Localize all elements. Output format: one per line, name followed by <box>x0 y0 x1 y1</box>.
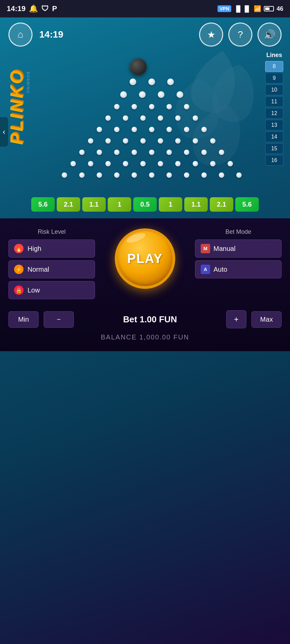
decrease-bet-button[interactable]: − <box>44 311 74 328</box>
help-button[interactable]: ? <box>228 22 252 47</box>
peg <box>158 91 164 98</box>
multiplier-slot-7: 2.1 <box>210 197 233 212</box>
peg <box>175 138 181 144</box>
notification-icon: 🔔 <box>29 4 38 13</box>
peg <box>158 161 163 166</box>
play-label: PLAY <box>127 252 163 266</box>
line-option-9[interactable]: 9 <box>265 73 283 84</box>
achievements-button[interactable]: ★ <box>199 22 223 47</box>
balance-display: BALANCE 1,000.00 FUN <box>8 333 282 341</box>
peg <box>201 172 207 178</box>
game-time: 14:19 <box>39 29 63 40</box>
line-option-14[interactable]: 14 <box>265 131 283 142</box>
peg <box>201 127 207 132</box>
plinko-title: PLINKO <box>7 68 27 144</box>
auto-label: Auto <box>213 266 227 273</box>
peg-row-6 <box>47 138 256 144</box>
peg <box>140 115 146 121</box>
risk-low-label: Low <box>28 286 40 294</box>
peg <box>97 172 102 178</box>
peg <box>166 172 172 178</box>
peg <box>114 150 119 155</box>
multiplier-slot-6: 1.1 <box>184 197 208 212</box>
peg <box>123 115 128 121</box>
battery-icon <box>264 6 274 11</box>
multiplier-row: 5.6 2.1 1.1 1 0.5 1 1.1 2.1 5.6 <box>7 197 283 212</box>
bet-mode-label: Bet Mode <box>195 228 282 235</box>
peg <box>114 127 119 132</box>
sound-icon: 🔊 <box>264 29 276 40</box>
peg <box>175 115 181 121</box>
sound-button[interactable]: 🔊 <box>257 22 282 47</box>
risk-low-option[interactable]: 🔒 Low <box>8 281 95 299</box>
line-option-13[interactable]: 13 <box>265 120 283 130</box>
peg <box>210 138 215 144</box>
peg <box>184 150 189 155</box>
risk-normal-label: Normal <box>28 266 49 273</box>
min-bet-button[interactable]: Min <box>8 311 39 328</box>
peg <box>105 115 111 121</box>
multiplier-slot-3: 1 <box>108 197 131 212</box>
peg <box>201 150 207 155</box>
peg-row-8 <box>47 161 256 166</box>
peg <box>132 172 137 178</box>
peg <box>70 161 76 166</box>
peg <box>184 172 189 178</box>
peg <box>166 127 172 132</box>
controls-grid: Risk Level 🔥 High ⚡ Normal 🔒 Low PLAY <box>8 228 282 302</box>
risk-normal-option[interactable]: ⚡ Normal <box>8 260 95 278</box>
bet-mode-panel: Bet Mode M Manual A Auto <box>195 228 282 281</box>
pegs-grid <box>7 72 283 191</box>
time-display: 14:19 <box>7 4 26 13</box>
peg <box>79 172 85 178</box>
pinterest-icon: P <box>52 4 57 13</box>
peg <box>184 127 189 132</box>
home-button[interactable]: ⌂ <box>8 22 33 47</box>
peg-row-2 <box>47 91 256 98</box>
line-option-10[interactable]: 10 <box>265 85 283 95</box>
peg <box>132 104 137 109</box>
achievements-icon: ★ <box>207 29 215 40</box>
peg-row-1 <box>47 78 256 85</box>
risk-low-icon: 🔒 <box>14 285 23 295</box>
peg <box>88 161 93 166</box>
multiplier-slot-0: 5.6 <box>31 197 55 212</box>
max-bet-button[interactable]: Max <box>251 311 282 328</box>
risk-normal-icon: ⚡ <box>14 265 23 274</box>
peg <box>219 172 224 178</box>
line-option-8[interactable]: 8 <box>265 61 283 72</box>
peg <box>158 138 163 144</box>
home-icon: ⌂ <box>18 29 23 40</box>
help-icon: ? <box>238 29 243 40</box>
peg <box>149 150 154 155</box>
line-option-16[interactable]: 16 <box>265 155 283 166</box>
manual-badge: M <box>201 244 210 253</box>
peg <box>210 161 215 166</box>
peg <box>166 150 172 155</box>
multiplier-slot-4: 0.5 <box>133 197 157 212</box>
shield-icon: 🛡 <box>41 4 49 13</box>
peg <box>166 104 172 109</box>
status-bar: 14:19 🔔 🛡 P VPN ▐▌▐▌ 📶 46 <box>0 0 290 17</box>
risk-high-option[interactable]: 🔥 High <box>8 239 95 258</box>
manual-label: Manual <box>213 245 236 253</box>
auto-mode-option[interactable]: A Auto <box>195 260 282 278</box>
peg <box>167 78 174 85</box>
line-option-15[interactable]: 15 <box>265 143 283 154</box>
peg <box>114 104 119 109</box>
peg <box>97 127 102 132</box>
play-button-container: PLAY <box>102 228 188 289</box>
peg <box>193 138 198 144</box>
increase-bet-button[interactable]: + <box>226 310 246 328</box>
top-bar: ⌂ 14:19 ★ ? 🔊 <box>0 17 290 52</box>
play-button[interactable]: PLAY <box>115 228 175 289</box>
board-area: ‹ BGAMING PLINKO Lines 8 9 10 11 12 13 1… <box>0 52 290 212</box>
line-option-12[interactable]: 12 <box>265 108 283 119</box>
manual-mode-option[interactable]: M Manual <box>195 239 282 258</box>
peg <box>149 127 154 132</box>
peg <box>97 150 102 155</box>
peg <box>123 138 128 144</box>
line-option-11[interactable]: 11 <box>265 96 283 107</box>
peg <box>132 150 137 155</box>
lines-selector: Lines 8 9 10 11 12 13 14 15 16 <box>265 52 283 166</box>
